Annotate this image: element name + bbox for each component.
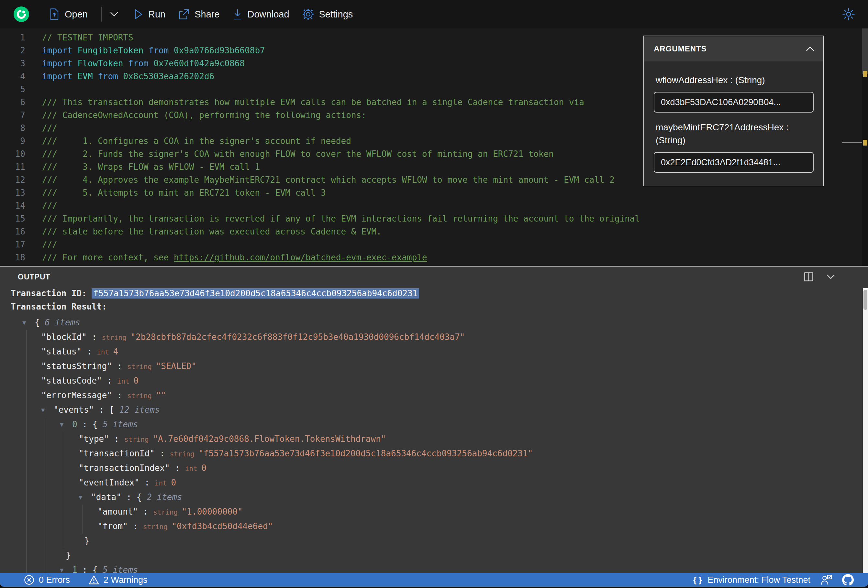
json-tree-row: ▼{ 6 items <box>11 315 868 330</box>
status-bar: 0 Errors 2 Warnings { } Environment: Flo… <box>0 573 868 587</box>
error-circle-icon <box>24 575 34 585</box>
json-t: string <box>102 334 131 342</box>
download-icon <box>233 9 242 20</box>
arguments-panel-header[interactable]: ARGUMENTS <box>644 36 823 62</box>
code-token: /// This transaction demonstrates how mu… <box>42 97 584 107</box>
tree-collapse-arrow[interactable]: ▼ <box>60 417 63 432</box>
indent-guide <box>64 490 64 504</box>
indent-guide <box>26 345 27 359</box>
theme-toggle-button[interactable] <box>842 8 855 21</box>
environment-status: { } Environment: Flow Testnet <box>693 575 810 585</box>
code-token: from <box>123 59 154 68</box>
feedback-person-icon[interactable] <box>820 575 833 585</box>
line-number: 7 <box>0 109 25 122</box>
tree-collapse-arrow[interactable]: ▼ <box>22 315 26 330</box>
json-tree-row: ▼"events" : [ 12 items <box>11 403 868 417</box>
json-k: "statusCode" : <box>41 376 117 386</box>
share-button[interactable]: Share <box>178 9 219 20</box>
run-button[interactable]: Run <box>134 9 165 20</box>
code-line: 13/// 5. Attempts to mint an ERC721 toke… <box>0 186 868 199</box>
line-number: 11 <box>0 161 25 173</box>
editor-scrollbar-thumb[interactable] <box>862 28 868 74</box>
json-k: : <box>77 565 93 573</box>
json-k: "transactionId" : <box>79 449 170 458</box>
line-number: 5 <box>0 83 25 96</box>
json-x: 0 <box>72 420 77 429</box>
json-s: 4 <box>113 347 118 357</box>
code-token: from <box>93 71 123 81</box>
github-icon[interactable] <box>842 574 854 586</box>
output-header: OUTPUT <box>0 267 868 287</box>
code-token: /// For more context, see <box>42 253 174 262</box>
theme-sun-icon <box>842 8 855 21</box>
code-token: // TESTNET IMPORTS <box>42 33 133 42</box>
open-dropdown-button[interactable] <box>109 11 119 17</box>
json-t: int <box>155 479 171 487</box>
indent-guide <box>45 476 45 490</box>
transaction-id-value: f557a1573b76aa53e73d46f3e10d200d5c18a653… <box>92 288 419 299</box>
json-k: "amount" : <box>97 507 153 517</box>
indent-guide <box>26 563 27 573</box>
indent-guide <box>64 533 64 548</box>
chevron-up-icon[interactable] <box>805 46 815 52</box>
warning-triangle-icon <box>89 575 99 585</box>
output-body: Transaction ID: f557a1573b76aa53e73d46f3… <box>0 287 868 573</box>
indent-guide <box>26 359 27 374</box>
json-tree-row: } <box>11 548 868 563</box>
json-k: "statusString" : <box>41 361 127 371</box>
code-token: FungibleToken <box>78 46 144 55</box>
tree-collapse-arrow[interactable]: ▼ <box>60 563 63 573</box>
errors-status[interactable]: 0 Errors <box>24 575 70 585</box>
indent-guide <box>45 519 45 533</box>
editor-scrollbar[interactable] <box>862 28 868 267</box>
json-t: string <box>127 392 156 400</box>
json-tree-row: } <box>11 533 868 548</box>
code-line: 14/// <box>0 199 868 212</box>
json-tree-row: "statusCode" : int 0 <box>11 374 868 388</box>
line-number: 10 <box>0 147 25 161</box>
flow-logo[interactable] <box>13 6 29 22</box>
indent-guide <box>26 519 27 533</box>
code-link[interactable]: https://github.com/onflow/batched-evm-ex… <box>174 253 427 262</box>
indent-guide <box>45 432 45 447</box>
download-button[interactable]: Download <box>233 9 289 20</box>
warnings-status[interactable]: 2 Warnings <box>89 575 148 585</box>
toolbar: Open Run Share Downloa <box>0 0 868 28</box>
json-b: { <box>137 492 147 502</box>
json-t: int <box>185 465 202 473</box>
output-scrollbar[interactable] <box>863 288 868 573</box>
run-play-icon <box>134 9 143 20</box>
json-tree-row: "eventIndex" : int 0 <box>11 476 868 490</box>
warnings-count: 2 Warnings <box>103 575 148 585</box>
code-token: FlowToken <box>78 59 123 68</box>
indent-guide <box>83 504 83 519</box>
indent-guide <box>45 533 45 548</box>
open-button[interactable]: Open <box>49 9 88 20</box>
argument-input-erc721[interactable] <box>654 152 813 173</box>
settings-button[interactable]: Settings <box>302 9 353 20</box>
json-k: "transactionIndex" : <box>79 463 185 473</box>
collapse-chevron-icon[interactable] <box>826 274 836 280</box>
json-tree-row: ▼0 : { 5 items <box>11 417 868 432</box>
json-k: "from" : <box>97 522 143 531</box>
code-line: 18/// For more context, see https://gith… <box>0 251 868 264</box>
warning-ruler-mark <box>863 71 867 77</box>
tree-collapse-arrow[interactable]: ▼ <box>79 490 82 504</box>
errors-count: 0 Errors <box>39 575 70 585</box>
json-k: "errorMessage" : <box>41 391 127 400</box>
code-token: 0x9a0766d93b6608b7 <box>174 46 265 55</box>
argument-input-wflow[interactable] <box>654 92 813 112</box>
json-tree-row: "errorMessage" : string "" <box>11 388 868 403</box>
split-view-icon[interactable] <box>804 272 813 282</box>
json-s: "A.7e60df042a9c0868.FlowToken.TokensWith… <box>153 434 386 444</box>
json-tree-row: "type" : string "A.7e60df042a9c0868.Flow… <box>11 432 868 447</box>
json-t: string <box>127 363 156 371</box>
code-token: /// 5. Attempts to mint an ERC721 token … <box>42 188 326 197</box>
json-b: { <box>35 318 45 327</box>
flow-runner-app: Open Run Share Downloa <box>0 0 868 588</box>
tree-collapse-arrow[interactable]: ▼ <box>41 403 45 417</box>
warning-ruler-mark <box>863 140 867 146</box>
json-k: "events" : <box>53 405 109 415</box>
json-i: 5 items <box>103 420 138 429</box>
output-scrollbar-thumb[interactable] <box>864 290 867 310</box>
